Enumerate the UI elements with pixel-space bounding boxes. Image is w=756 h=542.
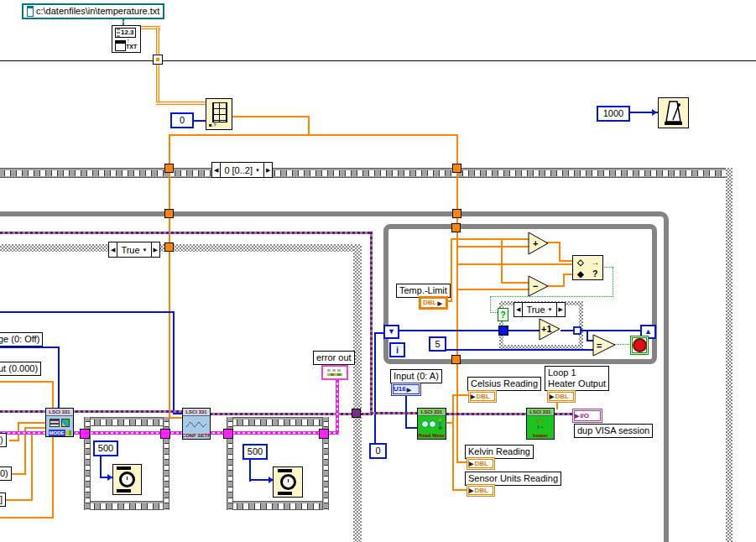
tunnel-case-visa[interactable] [352,409,361,418]
labview-block-diagram: ? c:\datenfiles\in\temperature.txt 12.3 … [0,0,756,542]
in-range-arrow-icon: → [591,258,599,267]
shift-register-left[interactable]: ▼ [383,325,399,339]
lsci-heater-vi[interactable]: LSCI 331 U ~ I ~ heater [526,408,555,440]
lsci-conf-setp-vi[interactable]: LSCI 331 CONF SETP [182,408,211,440]
subtract-function[interactable]: − [528,275,549,297]
index-array-icon[interactable]: ■.? [206,98,232,130]
sequence-structure-right-border[interactable] [726,168,733,542]
lsci-read-meas-vi[interactable]: LSCI 331 A V W Read Meas [417,408,446,440]
wire-inrange-mid-input [457,263,574,265]
error-cluster-glyph [327,373,342,376]
frame2-wait-value: 500 [248,446,263,456]
kelvin-text: Kelvin Reading [468,446,530,456]
tunnel-dot [156,58,159,61]
wait-ms-multiple-icon[interactable] [658,97,689,128]
next-case-icon[interactable]: ▶ [557,306,565,313]
index-constant[interactable]: 0 [170,112,194,128]
main-case-structure-top-border[interactable] [0,244,361,252]
celsius-terminal[interactable]: ▶ DBL [468,390,497,403]
iteration-terminal[interactable]: i [389,342,405,357]
terminal-arrow-icon: ▶ [575,413,579,419]
error-out-indicator[interactable] [321,365,348,380]
tunnel-while-left[interactable] [164,209,174,218]
kelvin-terminal[interactable]: ▶ DBL [467,457,495,470]
shift-init-constant[interactable]: 0 [369,443,387,459]
dropdown-icon[interactable]: ▼ [255,168,260,173]
tunnel-pane-crossing[interactable] [153,55,163,65]
tunnel-frame1-left[interactable] [80,429,90,439]
tunnel-sequence-left[interactable] [164,164,174,173]
sequence-structure-top-border[interactable] [0,168,727,178]
wire-visa-conf [210,413,372,415]
prev-case-icon[interactable]: ◀ [514,306,522,313]
input-channel-terminal[interactable]: U16 ▶ [391,383,421,396]
frame1-wait-constant[interactable]: 500 [93,440,118,456]
wire-sub-lower-input [457,289,529,290]
temp-limit-control-terminal[interactable]: DBL ▶ [419,296,448,310]
wire-limit5 [445,349,594,351]
vi-footer: MODE [49,430,65,436]
heater-output-terminal[interactable]: ▶ DBL [547,390,576,403]
terminal-type: DBL [476,393,489,401]
read-spreadsheet-file-icon[interactable]: 12.3 ↑ TXT [112,25,141,53]
inner-case-label: True [526,305,545,315]
dropdown-icon[interactable]: ▼ [143,248,148,253]
tunnel-sequence-right[interactable] [452,164,461,173]
terminal-arrow-icon: ▶ [437,300,441,306]
dropdown-icon[interactable]: ▼ [548,307,553,312]
tunnel-case-left[interactable] [164,242,174,252]
main-case-structure-right-border[interactable] [353,244,362,542]
shift-register-up-icon: ▲ [644,327,652,336]
wait-1000-constant[interactable]: 1000 [597,106,630,122]
frame1-top-border[interactable] [84,417,169,426]
tunnel-inner-while-bottom[interactable] [451,355,461,364]
celsius-text: Celsius Reading [471,378,538,388]
tunnel-inner-case-left[interactable] [498,326,508,336]
tunnel-inner-case-right[interactable] [573,326,581,335]
truncated-text: 0) [0,468,8,478]
limit-5-constant[interactable]: 5 [429,336,446,352]
shift-init-value: 0 [375,446,380,456]
add-function[interactable]: + [528,232,549,255]
frame1-bottom-border[interactable] [84,501,169,510]
terminal-arrow-icon: ▶ [407,387,411,393]
frame2-wait-constant[interactable]: 500 [242,444,268,460]
sequence-selector[interactable]: ◀ 0 [0..2]▼ ▶ [211,162,273,178]
terminal-arrow-icon: ▶ [469,487,473,493]
prev-frame-icon[interactable]: ◀ [212,167,220,174]
path-icon [27,6,34,17]
limit-5-value: 5 [435,339,440,349]
sensor-units-terminal[interactable]: ▶ DBL [467,484,495,497]
sequence-frame-label: 0 [0..2] [224,165,253,175]
temp-limit-text: Temp.-Limit [399,285,447,295]
tunnel-frame2-right[interactable] [319,429,329,439]
visa-session-terminal[interactable]: ▶ I/O [572,409,602,423]
file-path-constant[interactable]: c:\datenfiles\in\temperature.txt [22,3,164,19]
wire-heater-range [0,347,60,348]
frame2-bottom-border[interactable] [227,501,329,510]
next-case-icon[interactable]: ▶ [152,247,159,253]
array-bracket-icon [117,29,120,37]
tunnel-frame2-left[interactable] [223,429,233,439]
in-range-function[interactable]: ◇ → ◆ ? [572,255,603,280]
frame2-top-border[interactable] [227,417,329,426]
wire-visa-mode [0,410,183,413]
loop-condition-terminal[interactable] [630,336,649,355]
frame1-wait-ms-icon[interactable] [112,464,142,495]
frame2-wait-ms-icon[interactable] [273,466,303,498]
terminal-arrow-icon: ▶ [469,461,473,466]
tunnel-frame1-right[interactable] [160,429,170,439]
case-selector-terminal[interactable]: ? [498,308,508,321]
equals-function[interactable]: = [592,334,616,357]
prev-case-icon[interactable]: ◀ [109,247,117,253]
next-frame-icon[interactable]: ▶ [264,167,272,174]
increment-function[interactable]: +1 [539,318,560,341]
tunnel-while-right[interactable] [452,209,461,218]
tunnel-inner-while-top[interactable] [451,223,461,232]
lsci-mode-vi[interactable]: LSCI 331 MODE [45,408,74,437]
error-out-text: error out [316,352,352,362]
truncated-control-3: ] [0,492,6,507]
shift-register-down-icon: ▼ [388,327,395,336]
inner-case-selector[interactable]: ◀ True▼ ▶ [514,302,566,317]
main-case-selector[interactable]: ◀ True▼ ▶ [108,242,160,258]
